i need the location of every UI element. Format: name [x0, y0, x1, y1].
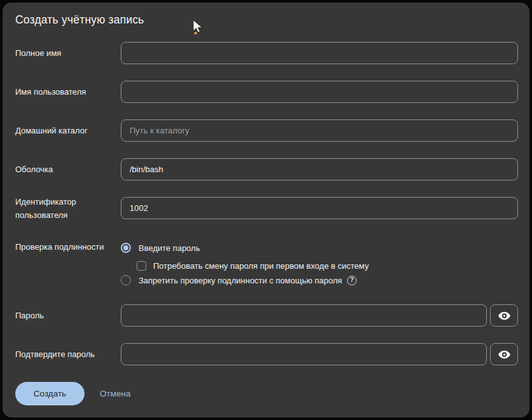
uid-field[interactable] — [121, 197, 518, 219]
shell-label: Оболочка — [15, 158, 117, 180]
eye-icon — [498, 311, 510, 320]
confirm-password-row: Подтвердите пароль — [3, 343, 529, 365]
username-label: Имя пользователя — [15, 81, 117, 103]
uid-row: Идентификатор пользователя — [3, 197, 529, 219]
create-account-dialog: Создать учётную запись Полное имя Имя по… — [3, 3, 529, 417]
radio-disable-password-auth[interactable] — [121, 275, 131, 285]
password-row: Пароль — [3, 304, 529, 327]
shell-selected-value: /bin/bash — [130, 165, 502, 174]
checkbox-require-password-change[interactable] — [137, 261, 146, 271]
show-password-button[interactable] — [490, 304, 518, 327]
mouse-cursor — [191, 19, 205, 36]
username-field[interactable] — [121, 81, 518, 103]
home-directory-field[interactable] — [121, 119, 518, 142]
username-row: Имя пользователя — [3, 81, 529, 103]
shell-select[interactable]: /bin/bash — [121, 158, 518, 180]
show-confirm-password-button[interactable] — [490, 343, 518, 365]
confirm-password-field[interactable] — [121, 343, 487, 365]
authentication-label: Проверка подлинности — [15, 240, 111, 254]
password-field[interactable] — [121, 304, 487, 327]
password-label: Пароль — [15, 304, 117, 327]
full-name-row: Полное имя — [3, 42, 529, 64]
home-directory-label: Домашний каталог — [15, 119, 117, 142]
eye-icon — [498, 350, 510, 359]
radio-disable-password-auth-label: Запретить проверку подлинности с помощью… — [139, 276, 342, 285]
full-name-field[interactable] — [121, 42, 518, 64]
uid-label: Идентификатор пользователя — [15, 197, 117, 219]
create-button[interactable]: Создать — [15, 382, 85, 405]
cancel-button[interactable]: Отмена — [92, 382, 138, 405]
checkbox-require-password-change-label: Потребовать смену пароля при первом вход… — [153, 261, 369, 271]
auth-option-require-change: Потребовать смену пароля при первом вход… — [137, 259, 369, 272]
radio-enter-password[interactable] — [121, 243, 131, 253]
full-name-label: Полное имя — [15, 42, 117, 64]
page-title: Создать учётную запись — [15, 13, 144, 27]
question-mark-icon[interactable]: ? — [347, 276, 357, 285]
confirm-password-label: Подтвердите пароль — [15, 343, 117, 365]
auth-option-disable-password: Запретить проверку подлинности с помощью… — [121, 274, 357, 287]
shell-row: Оболочка /bin/bash — [3, 158, 529, 180]
radio-enter-password-label: Введите пароль — [139, 243, 200, 253]
home-directory-row: Домашний каталог — [3, 119, 529, 142]
auth-option-enter-password: Введите пароль — [121, 241, 200, 254]
